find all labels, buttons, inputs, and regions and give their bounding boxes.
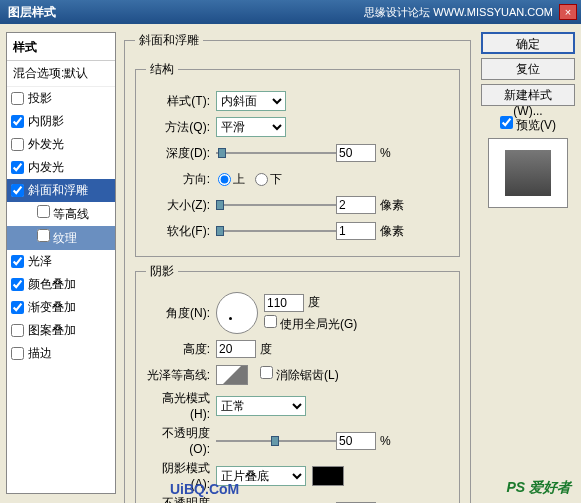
size-input[interactable] bbox=[336, 196, 376, 214]
checkbox[interactable] bbox=[11, 255, 24, 268]
checkbox[interactable] bbox=[11, 161, 24, 174]
blend-options[interactable]: 混合选项:默认 bbox=[7, 61, 115, 87]
highlight-mode-select[interactable]: 正常 bbox=[216, 396, 306, 416]
style-satin[interactable]: 光泽 bbox=[7, 250, 115, 273]
style-color-overlay[interactable]: 颜色叠加 bbox=[7, 273, 115, 296]
checkbox[interactable] bbox=[37, 205, 50, 218]
soften-label: 软化(F): bbox=[146, 223, 216, 240]
preview-swatch bbox=[505, 150, 551, 196]
title-extra: 思缘设计论坛 WWW.MISSYUAN.COM bbox=[364, 5, 553, 20]
checkbox[interactable] bbox=[11, 301, 24, 314]
checkbox[interactable] bbox=[11, 324, 24, 337]
checkbox[interactable] bbox=[11, 138, 24, 151]
size-slider[interactable] bbox=[216, 202, 336, 208]
shading-group: 阴影 角度(N): 度 使用全局光(G) 高度: 度 光泽等高线: 消除锯齿(L… bbox=[135, 263, 460, 503]
global-light-checkbox[interactable] bbox=[264, 315, 277, 328]
soften-slider[interactable] bbox=[216, 228, 336, 234]
depth-input[interactable] bbox=[336, 144, 376, 162]
watermark-2: UiBQ.CoM bbox=[170, 481, 239, 497]
checkbox[interactable] bbox=[11, 278, 24, 291]
style-pattern-overlay[interactable]: 图案叠加 bbox=[7, 319, 115, 342]
depth-slider[interactable] bbox=[216, 150, 336, 156]
shadow-color-swatch[interactable] bbox=[312, 466, 344, 486]
close-icon[interactable]: × bbox=[559, 4, 577, 20]
altitude-input[interactable] bbox=[216, 340, 256, 358]
new-style-button[interactable]: 新建样式(W)... bbox=[481, 84, 575, 106]
gloss-contour-swatch[interactable] bbox=[216, 365, 248, 385]
titlebar: 图层样式 思缘设计论坛 WWW.MISSYUAN.COM × bbox=[0, 0, 581, 24]
altitude-label: 高度: bbox=[146, 341, 216, 358]
depth-label: 深度(D): bbox=[146, 145, 216, 162]
reset-button[interactable]: 复位 bbox=[481, 58, 575, 80]
style-bevel-emboss[interactable]: 斜面和浮雕 bbox=[7, 179, 115, 202]
style-label: 样式(T): bbox=[146, 93, 216, 110]
settings-panel: 斜面和浮雕 结构 样式(T): 内斜面 方法(Q): 平滑 深度(D): % 方… bbox=[116, 32, 479, 494]
right-panel: 确定 复位 新建样式(W)... 预览(V) bbox=[479, 32, 575, 494]
soften-input[interactable] bbox=[336, 222, 376, 240]
method-label: 方法(Q): bbox=[146, 119, 216, 136]
preview-checkbox[interactable] bbox=[500, 116, 513, 129]
style-stroke[interactable]: 描边 bbox=[7, 342, 115, 365]
preview-section: 预览(V) bbox=[481, 116, 575, 208]
style-gradient-overlay[interactable]: 渐变叠加 bbox=[7, 296, 115, 319]
bevel-group: 斜面和浮雕 结构 样式(T): 内斜面 方法(Q): 平滑 深度(D): % 方… bbox=[124, 32, 471, 503]
style-inner-shadow[interactable]: 内阴影 bbox=[7, 110, 115, 133]
child-texture[interactable]: 纹理 bbox=[7, 226, 115, 250]
highlight-opacity-slider[interactable] bbox=[216, 438, 336, 444]
method-select[interactable]: 平滑 bbox=[216, 117, 286, 137]
styles-header: 样式 bbox=[7, 35, 115, 61]
bevel-legend: 斜面和浮雕 bbox=[135, 32, 203, 49]
checkbox[interactable] bbox=[11, 347, 24, 360]
highlight-mode-label: 高光模式(H): bbox=[146, 390, 216, 421]
style-inner-glow[interactable]: 内发光 bbox=[7, 156, 115, 179]
gloss-contour-label: 光泽等高线: bbox=[146, 367, 216, 384]
checkbox[interactable] bbox=[37, 229, 50, 242]
highlight-opacity-input[interactable] bbox=[336, 432, 376, 450]
angle-wheel[interactable] bbox=[216, 292, 258, 334]
direction-down-radio[interactable] bbox=[255, 173, 268, 186]
structure-group: 结构 样式(T): 内斜面 方法(Q): 平滑 深度(D): % 方向: 上 下… bbox=[135, 61, 460, 257]
styles-list: 样式 混合选项:默认 投影 内阴影 外发光 内发光 斜面和浮雕 等高线 纹理 光… bbox=[6, 32, 116, 494]
style-drop-shadow[interactable]: 投影 bbox=[7, 87, 115, 110]
content: 样式 混合选项:默认 投影 内阴影 外发光 内发光 斜面和浮雕 等高线 纹理 光… bbox=[0, 24, 581, 502]
checkbox[interactable] bbox=[11, 92, 24, 105]
antialias-checkbox[interactable] bbox=[260, 366, 273, 379]
style-select[interactable]: 内斜面 bbox=[216, 91, 286, 111]
window-title: 图层样式 bbox=[4, 4, 364, 21]
direction-up-radio[interactable] bbox=[218, 173, 231, 186]
style-outer-glow[interactable]: 外发光 bbox=[7, 133, 115, 156]
shading-legend: 阴影 bbox=[146, 263, 178, 280]
child-contour[interactable]: 等高线 bbox=[7, 202, 115, 226]
direction-label: 方向: bbox=[146, 171, 216, 188]
checkbox[interactable] bbox=[11, 184, 24, 197]
size-label: 大小(Z): bbox=[146, 197, 216, 214]
preview-thumbnail bbox=[488, 138, 568, 208]
watermark-1: PS 爱好者 bbox=[506, 479, 571, 497]
structure-legend: 结构 bbox=[146, 61, 178, 78]
checkbox[interactable] bbox=[11, 115, 24, 128]
ok-button[interactable]: 确定 bbox=[481, 32, 575, 54]
angle-label: 角度(N): bbox=[146, 305, 216, 322]
highlight-opacity-label: 不透明度(O): bbox=[146, 425, 216, 456]
angle-input[interactable] bbox=[264, 294, 304, 312]
